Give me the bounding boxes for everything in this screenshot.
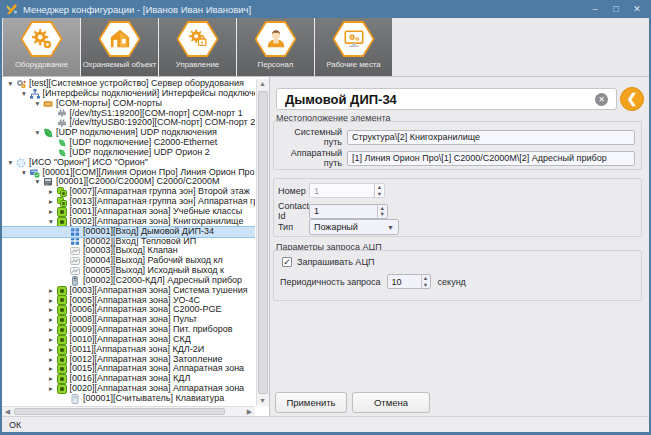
element-title: Дымовой ДИП-34 xyxy=(285,92,595,107)
input-icon xyxy=(70,227,80,237)
expander-closed-icon[interactable]: ▸ xyxy=(46,325,57,335)
hexagon-inner xyxy=(179,23,217,55)
contact-id-spinbox[interactable]: ▲▼ xyxy=(309,204,388,219)
tree-horizontal-scrollbar[interactable]: ◀ ▶ xyxy=(2,406,255,416)
spin-down-icon: ▼ xyxy=(375,191,384,198)
period-spinbox[interactable]: ▲▼ xyxy=(387,274,431,289)
management-gear-lock-icon xyxy=(187,28,209,50)
expander-open-icon[interactable]: ▾ xyxy=(19,168,30,178)
expander-open-icon[interactable]: ▾ xyxy=(5,79,16,89)
expander-open-icon[interactable]: ▾ xyxy=(19,89,30,99)
number-value xyxy=(310,184,374,197)
expander-open-icon[interactable]: ▾ xyxy=(32,99,43,109)
spin-down-icon[interactable]: ▼ xyxy=(378,211,387,218)
expander-closed-icon[interactable]: ▸ xyxy=(46,315,57,325)
device-tree: ▾[test][Системное устройство] Сервер обо… xyxy=(2,79,255,406)
device-tree-panel: ▾[test][Системное устройство] Сервер обо… xyxy=(2,77,270,416)
zone-icon xyxy=(57,325,67,335)
expander-open-icon[interactable]: ▾ xyxy=(32,128,43,138)
period-value[interactable] xyxy=(388,275,421,288)
zone-icon xyxy=(57,384,67,394)
hexagon-badge xyxy=(99,21,141,57)
toolbar-button[interactable]: Рабочие места xyxy=(315,18,392,76)
udp-group-icon xyxy=(43,128,53,138)
expander-closed-icon[interactable]: ▸ xyxy=(46,305,57,315)
hexagon-badge xyxy=(255,21,297,57)
chevron-down-icon: ▼ xyxy=(387,224,394,231)
expander-closed-icon[interactable]: ▸ xyxy=(46,197,57,207)
scroll-right-icon[interactable]: ▶ xyxy=(244,407,255,416)
system-path-input[interactable] xyxy=(347,130,635,145)
expander-closed-icon[interactable]: ▸ xyxy=(46,286,57,296)
scroll-left-icon[interactable]: ◀ xyxy=(2,407,13,416)
hardware-path-input[interactable] xyxy=(347,151,635,166)
line-icon xyxy=(30,168,40,178)
expander-open-icon[interactable]: ▾ xyxy=(5,158,16,168)
tree-vertical-scrollbar[interactable]: ▲ ▼ xyxy=(256,79,269,406)
horizontal-scroll-thumb[interactable] xyxy=(14,408,225,415)
toolbar-button-label: Рабочие места xyxy=(326,60,380,69)
system-path-label: Системный путь xyxy=(280,127,342,147)
expander-closed-icon[interactable]: ▸ xyxy=(46,207,57,217)
zone-group-icon xyxy=(57,197,67,207)
toolbar-button-label: Персонал xyxy=(258,60,294,69)
tree-item-label: [00001][Вход] Дымовой ДИП-34 xyxy=(83,227,214,237)
expander-closed-icon[interactable]: ▸ xyxy=(46,345,57,355)
expander-closed-icon[interactable]: ▸ xyxy=(46,296,57,306)
type-label: Тип xyxy=(278,222,309,232)
expander-closed-icon[interactable]: ▸ xyxy=(46,335,57,345)
hexagon-badge xyxy=(21,21,63,57)
zone-icon xyxy=(57,364,67,374)
zone-icon xyxy=(57,355,67,365)
cancel-button[interactable]: Отмена xyxy=(352,392,430,413)
type-combobox[interactable]: Пожарный ▼ xyxy=(309,219,399,235)
maximize-button[interactable]: □ xyxy=(610,4,622,14)
expander-closed-icon[interactable]: ▸ xyxy=(46,384,57,394)
request-adc-checkbox[interactable]: ✓ Запрашивать АЦП xyxy=(282,257,375,267)
output-icon xyxy=(70,256,80,266)
period-suffix: секунд xyxy=(438,277,466,287)
scroll-up-icon[interactable]: ▲ xyxy=(257,79,268,89)
zone-icon xyxy=(57,315,67,325)
toolbar-button[interactable]: Оборудование xyxy=(3,18,80,76)
checkbox-check-icon[interactable]: ✓ xyxy=(282,257,292,267)
tree-item-label: [00001][Считыватель] Клавиатура xyxy=(83,394,224,404)
hexagon-inner xyxy=(23,23,61,55)
contact-id-value[interactable] xyxy=(310,205,377,218)
back-button[interactable]: ❮ xyxy=(620,87,644,111)
expander-open-icon[interactable]: ▾ xyxy=(46,217,57,227)
com-port-icon xyxy=(57,108,67,118)
zone-icon xyxy=(57,295,67,305)
hexagon-inner xyxy=(101,23,139,55)
hexagon-badge xyxy=(177,21,219,57)
zone-icon xyxy=(57,335,67,345)
properties-panel: Дымовой ДИП-34 ✕ ❮ Местоположение элемен… xyxy=(270,77,649,416)
hexagon-badge xyxy=(333,21,375,57)
minimize-button[interactable]: – xyxy=(589,4,601,14)
hexagon-inner xyxy=(335,23,373,55)
toolbar-button-label: Оборудование xyxy=(15,60,68,69)
contact-id-label: Contact Id xyxy=(278,201,309,221)
vertical-scroll-thumb[interactable] xyxy=(258,91,268,394)
expander-closed-icon[interactable]: ▸ xyxy=(46,364,57,374)
toolbar-button[interactable]: Охраняемый объект xyxy=(81,18,158,76)
toolbar-button[interactable]: Управление xyxy=(159,18,236,76)
hexagon-inner xyxy=(257,23,295,55)
equipment-gear-icon xyxy=(31,28,53,50)
clear-icon[interactable]: ✕ xyxy=(595,93,608,106)
scroll-down-icon[interactable]: ▼ xyxy=(257,396,268,406)
apply-button[interactable]: Применить xyxy=(275,392,347,413)
interfaces-icon xyxy=(30,89,40,99)
zone-icon xyxy=(57,305,67,315)
spin-down-icon[interactable]: ▼ xyxy=(422,282,430,289)
workstation-monitor-icon xyxy=(343,28,365,50)
toolbar-button[interactable]: Персонал xyxy=(237,18,314,76)
expander-closed-icon[interactable]: ▸ xyxy=(46,374,57,384)
expander-closed-icon[interactable]: ▸ xyxy=(46,355,57,365)
tree-item[interactable]: [00001][Считыватель] Клавиатура xyxy=(2,394,255,404)
close-button[interactable]: ✕ xyxy=(631,4,643,14)
expander-open-icon[interactable]: ▾ xyxy=(32,177,43,187)
status-bar: ОК xyxy=(2,416,649,432)
zone-icon xyxy=(57,217,67,227)
expander-closed-icon[interactable]: ▸ xyxy=(46,187,57,197)
